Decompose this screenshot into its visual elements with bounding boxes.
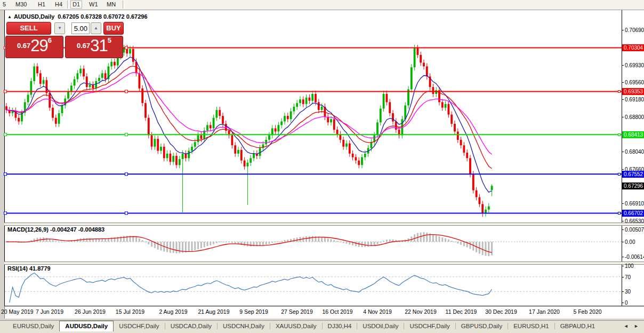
macd-axis-tick: -0.006143 — [625, 254, 644, 260]
price-line-label-0.70304[interactable]: 0.70304 — [622, 44, 644, 51]
rsi-axis-tick: 100 — [625, 263, 634, 269]
price-axis-tick-mark — [622, 30, 624, 30]
price-axis-tick-mark — [622, 203, 624, 204]
date-axis-label: 22 Nov 2019 — [405, 308, 437, 315]
price-axis-tick: 0.68800 — [625, 114, 644, 120]
rsi-axis-tick-mark — [622, 291, 624, 292]
price-axis-tick-mark — [622, 65, 624, 66]
date-axis-label: 5 Feb 2020 — [573, 308, 601, 315]
buy-price-prefix: 0.67 — [77, 42, 90, 50]
rsi-axis-tick-mark — [622, 277, 624, 278]
price-axis-tick: 0.70690 — [625, 27, 644, 33]
one-click-trading-panel: SELL ▼ ▲ BUY 0.67296 0.67315 — [5, 22, 124, 58]
date-axis-label: 11 Dec 2019 — [446, 308, 477, 315]
volume-increase-button[interactable]: ▲ — [91, 22, 101, 34]
buy-price-big-digits: 31 — [90, 36, 107, 55]
price-axis-tick: 0.69180 — [625, 97, 644, 102]
rsi-axis-tick: 0 — [625, 300, 628, 306]
macd-axis-tick-mark — [622, 242, 624, 242]
macd-axis-tick-mark — [622, 229, 624, 230]
macd-axis-tick-mark — [622, 257, 624, 257]
date-axis-label: 30 Dec 2019 — [485, 308, 517, 315]
date-axis-label: 20 May 2019 — [1, 308, 34, 315]
rsi-indicator-label: RSI(14) 41.8779 — [7, 265, 51, 272]
macd-axis-tick: 0.005076 — [625, 227, 644, 233]
sell-button[interactable]: SELL — [6, 22, 51, 35]
price-axis-tick-mark — [622, 169, 624, 170]
chart-ohlc-values: 0.67205 0.67328 0.67072 0.67296 — [58, 13, 147, 20]
volume-input[interactable] — [71, 22, 90, 34]
price-axis-tick: 0.66910 — [625, 201, 644, 207]
buy-price-pip: 5 — [108, 36, 111, 44]
price-line-label-0.69353[interactable]: 0.69353 — [622, 88, 644, 95]
sell-price-prefix: 0.67 — [17, 42, 30, 50]
date-axis-label: 2 Aug 2019 — [159, 308, 187, 315]
line-axis-handle[interactable] — [618, 173, 621, 176]
date-axis-label: 21 Aug 2019 — [198, 308, 230, 315]
price-axis-tick-mark — [622, 99, 624, 100]
buy-price-display[interactable]: 0.67315 — [65, 36, 123, 58]
rsi-axis-tick-mark — [622, 303, 624, 303]
rsi-axis-tick-mark — [622, 266, 624, 266]
date-axis-label: 4 Nov 2019 — [363, 308, 392, 315]
date-axis-label: 15 Jul 2019 — [116, 308, 144, 315]
price-axis-tick: 0.66530 — [625, 218, 644, 224]
date-axis-label: 26 Jun 2019 — [75, 308, 106, 315]
rsi-axis-tick: 70 — [625, 274, 631, 280]
one-click-trading-toggle-icon[interactable]: ▲ — [7, 14, 12, 19]
candles-layer — [5, 45, 493, 217]
line-axis-handle[interactable] — [618, 212, 621, 215]
price-axis-tick: 0.69560 — [625, 80, 644, 85]
rsi-axis-tick: 30 — [625, 289, 631, 295]
volume-decrease-button[interactable]: ▼ — [54, 22, 65, 34]
buy-button[interactable]: BUY — [103, 22, 124, 35]
date-axis-label: 16 Oct 2019 — [322, 308, 352, 315]
macd-signal-line — [6, 235, 492, 253]
price-axis-tick-mark — [622, 82, 624, 83]
chart-title: ▲AUDUSD,Daily0.67205 0.67328 0.67072 0.6… — [7, 13, 148, 20]
price-axis-tick-mark — [622, 117, 624, 117]
price-line-label-0.68413[interactable]: 0.68413 — [622, 131, 644, 138]
price-line-label-0.67552[interactable]: 0.67552 — [622, 171, 644, 178]
macd-axis-tick: 0.00 — [625, 239, 635, 245]
sell-price-big-digits: 29 — [30, 36, 47, 55]
current-price-label: 0.67296 — [622, 183, 644, 189]
price-axis-tick: 0.68040 — [625, 149, 644, 155]
sell-price-display[interactable]: 0.67296 — [5, 36, 63, 58]
date-axis-label: 17 Jan 2020 — [529, 308, 560, 315]
price-line-label-0.66702[interactable]: 0.66702 — [622, 210, 644, 217]
sell-price-pip: 6 — [48, 36, 52, 44]
price-axis-tick-mark — [622, 152, 624, 152]
date-axis-label: 27 Sep 2019 — [281, 308, 313, 315]
chart-symbol-label: AUDUSD,Daily — [14, 13, 54, 20]
date-axis-label: 7 Jun 2019 — [36, 308, 63, 315]
macd-histogram — [6, 232, 493, 256]
moving-average-26 — [6, 73, 492, 154]
moving-average-8 — [6, 57, 492, 192]
macd-indicator-label: MACD(12,26,9) -0.004247 -0.004883 — [7, 226, 104, 233]
date-axis-label: 9 Sep 2019 — [239, 308, 268, 315]
price-axis-tick: 0.69930 — [625, 62, 644, 68]
line-axis-handle[interactable] — [618, 90, 621, 93]
rsi-line — [10, 273, 492, 303]
line-axis-handle[interactable] — [618, 133, 621, 136]
price-axis-tick-mark — [622, 221, 624, 221]
